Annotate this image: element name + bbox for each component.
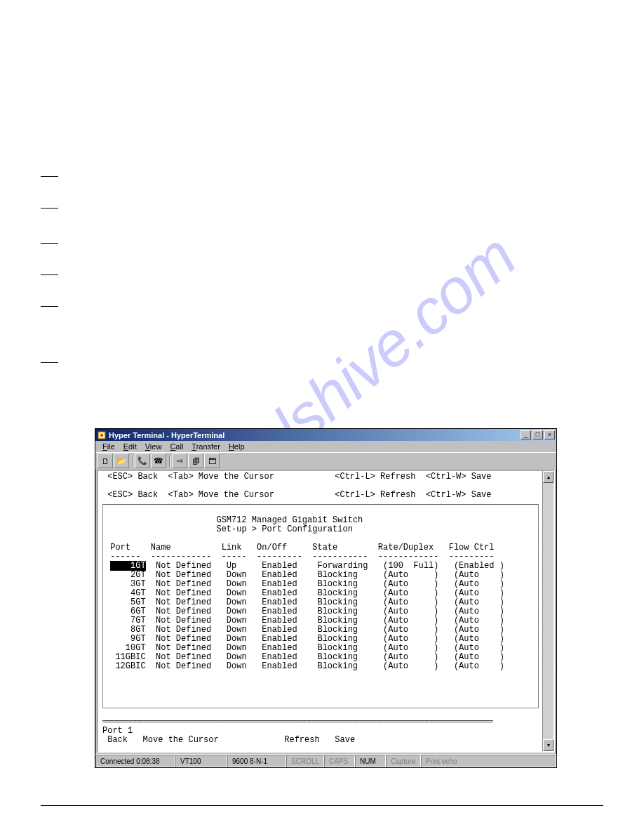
hyperterminal-window: Hyper Terminal - HyperTerminal _ □ × Fil… bbox=[95, 428, 557, 768]
menu-help[interactable]: Help bbox=[224, 442, 249, 451]
titlebar[interactable]: Hyper Terminal - HyperTerminal _ □ × bbox=[95, 429, 556, 441]
status-scroll: SCROLL bbox=[286, 755, 324, 767]
margin-tick-marks bbox=[41, 176, 58, 365]
svg-point-1 bbox=[100, 434, 103, 437]
open-icon[interactable]: 📂 bbox=[114, 454, 129, 468]
app-icon bbox=[97, 430, 107, 440]
properties-icon[interactable]: 🗐 bbox=[188, 454, 203, 468]
menu-edit[interactable]: Edit bbox=[119, 442, 141, 451]
vertical-scrollbar[interactable]: ▴ ▾ bbox=[542, 471, 554, 751]
props2-icon[interactable]: 🗔 bbox=[204, 454, 220, 468]
scroll-down-button[interactable]: ▾ bbox=[543, 739, 554, 751]
menu-view[interactable]: View bbox=[141, 442, 166, 451]
maximize-button[interactable]: □ bbox=[532, 430, 543, 439]
scroll-up-button[interactable]: ▴ bbox=[543, 471, 554, 483]
status-caps: CAPS bbox=[324, 755, 355, 767]
close-button[interactable]: × bbox=[544, 430, 555, 439]
status-emulation: VT100 bbox=[175, 755, 227, 767]
status-printecho: Print echo bbox=[421, 755, 556, 767]
toolbar: 🗋📂📞☎⇨🗐🗔 bbox=[95, 452, 556, 470]
menu-call[interactable]: Call bbox=[166, 442, 187, 451]
connect-icon[interactable]: 📞 bbox=[135, 454, 150, 468]
send-icon[interactable]: ⇨ bbox=[172, 454, 187, 468]
disconnect-icon[interactable]: ☎ bbox=[151, 454, 166, 468]
window-title: Hyper Terminal - HyperTerminal bbox=[109, 431, 521, 439]
new-doc-icon[interactable]: 🗋 bbox=[98, 454, 113, 468]
terminal-frame: <ESC> Back <Tab> Move the Cursor <Ctrl-L… bbox=[97, 470, 555, 753]
menu-file[interactable]: File bbox=[98, 442, 119, 451]
minimize-button[interactable]: _ bbox=[521, 430, 531, 439]
status-capture: Capture bbox=[386, 755, 421, 767]
statusbar: Connected 0:08:38 VT100 9600 8-N-1 SCROL… bbox=[95, 754, 556, 767]
page-footer-rule bbox=[41, 805, 603, 806]
menu-transfer[interactable]: Transfer bbox=[187, 442, 224, 451]
status-num: NUM bbox=[355, 755, 386, 767]
scroll-track[interactable] bbox=[543, 483, 554, 739]
menubar: FileEditViewCallTransferHelp bbox=[95, 441, 556, 452]
status-connected: Connected 0:08:38 bbox=[95, 755, 175, 767]
terminal-content[interactable]: <ESC> Back <Tab> Move the Cursor <Ctrl-L… bbox=[98, 471, 543, 751]
status-connection: 9600 8-N-1 bbox=[227, 755, 286, 767]
